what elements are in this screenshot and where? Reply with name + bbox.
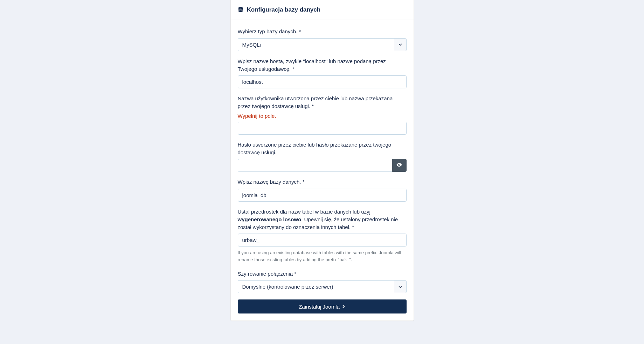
dbname-group: Wpisz nazwę bazy danych. * [238, 178, 407, 202]
dbtype-label: Wybierz typ bazy danych. * [238, 28, 407, 35]
toggle-password-button[interactable] [392, 159, 406, 172]
chevron-down-icon [394, 38, 406, 51]
chevron-right-icon [342, 304, 345, 310]
dbtype-select-wrap: MySQLi [238, 38, 407, 51]
prefix-group: Ustal przedrostek dla nazw tabel w bazie… [238, 208, 407, 264]
user-group: Nazwa użytkownika utworzona przez ciebie… [238, 95, 407, 135]
encryption-label: Szyfrowanie połączenia * [238, 270, 407, 278]
user-label: Nazwa użytkownika utworzona przez ciebie… [238, 95, 407, 110]
dbname-input[interactable] [238, 189, 407, 202]
host-input[interactable] [238, 75, 407, 88]
prefix-label-part1: Ustal przedrostek dla nazw tabel w bazie… [238, 209, 371, 215]
encryption-select[interactable]: Domyślne (kontrolowane przez serwer) [238, 280, 394, 293]
host-group: Wpisz nazwę hosta, zwykle "localhost" lu… [238, 58, 407, 89]
dbtype-group: Wybierz typ bazy danych. * MySQLi [238, 28, 407, 51]
prefix-label-bold: wygenerowanego losowo [238, 216, 302, 222]
card-header: Konfiguracja bazy danych [231, 0, 414, 20]
user-input[interactable] [238, 122, 407, 135]
prefix-label: Ustal przedrostek dla nazw tabel w bazie… [238, 208, 407, 231]
encryption-select-wrap: Domyślne (kontrolowane przez serwer) [238, 280, 407, 293]
dbtype-select[interactable]: MySQLi [238, 38, 394, 51]
chevron-down-icon [394, 280, 406, 293]
dbname-label: Wpisz nazwę bazy danych. * [238, 178, 407, 186]
password-input[interactable] [238, 159, 393, 172]
password-label: Hasło utworzone przez ciebie lub hasło p… [238, 141, 407, 156]
prefix-help: If you are using an existing database wi… [238, 249, 407, 263]
encryption-group: Szyfrowanie połączenia * Domyślne (kontr… [238, 270, 407, 294]
install-button-label: Zainstaluj Joomla [299, 304, 340, 310]
card-title: Konfiguracja bazy danych [247, 6, 321, 13]
config-card: Konfiguracja bazy danych Wybierz typ baz… [230, 0, 414, 321]
password-group: Hasło utworzone przez ciebie lub hasło p… [238, 141, 407, 172]
host-label: Wpisz nazwę hosta, zwykle "localhost" lu… [238, 58, 407, 73]
eye-icon [396, 162, 402, 169]
database-icon [238, 7, 243, 13]
user-error: Wypełnij to pole. [238, 113, 407, 119]
form-body: Wybierz typ bazy danych. * MySQLi Wpisz … [231, 20, 414, 293]
svg-point-0 [238, 7, 243, 8]
prefix-input[interactable] [238, 234, 407, 247]
password-wrap [238, 159, 407, 172]
install-button[interactable]: Zainstaluj Joomla [238, 299, 407, 313]
